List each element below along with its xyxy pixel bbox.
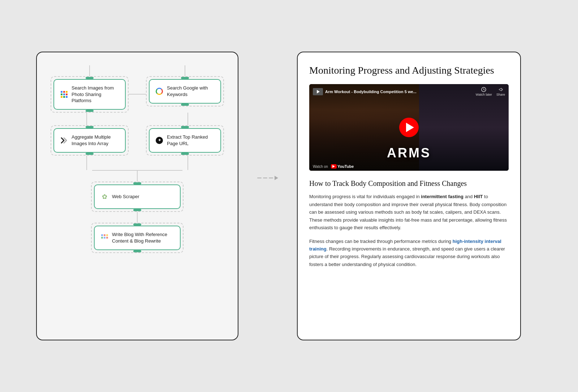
watch-later-label: Watch later [476, 93, 492, 96]
aggregate-images-dashed: Aggregate Multiple Images Into Array [51, 125, 129, 156]
para1-bold2: HIIT [474, 194, 483, 199]
para1-after: to understand their body composition and… [309, 194, 507, 230]
watch-later-btn[interactable]: Watch later [476, 87, 492, 96]
flow-grid: Search Images from Photo Sharing Platfor… [47, 65, 228, 253]
youtube-icon [331, 164, 337, 169]
write-blog-label: Write Blog With Reference Content & Blog… [112, 231, 174, 244]
aggregate-images-label: Aggregate Multiple Images Into Array [72, 134, 119, 147]
write-blog-icon [100, 234, 108, 242]
search-images-dashed: Search Images from Photo Sharing Platfor… [51, 76, 129, 113]
search-images-label: Search Images from Photo Sharing Platfor… [72, 85, 119, 104]
search-google-dashed: Search Google with Keywords [146, 76, 224, 106]
blog-main-title: Monitoring Progress and Adjusting Strate… [309, 64, 509, 77]
para1: Monitoring progress is vital for individ… [309, 193, 509, 231]
youtube-label: YouTube [337, 164, 354, 169]
main-layout: Search Images from Photo Sharing Platfor… [36, 52, 542, 340]
play-button[interactable] [399, 118, 419, 137]
youtube-logo: YouTube [331, 164, 354, 169]
blog-preview-panel: Monitoring Progress and Adjusting Strate… [297, 52, 521, 340]
video-actions: Watch later Share [476, 87, 505, 96]
section1-title: How to Track Body Composition and Fitnes… [309, 179, 509, 188]
search-google-label: Search Google with Keywords [167, 85, 215, 97]
video-thumbnail[interactable]: Arm Workout - Bodybuilding Competition 5… [309, 84, 509, 171]
write-blog-node[interactable]: Write Blog With Reference Content & Blog… [94, 226, 181, 250]
para2-before: Fitness changes can be tracked through p… [309, 239, 453, 244]
video-top-bar: Arm Workout - Bodybuilding Competition 5… [309, 84, 509, 99]
aggregate-images-node[interactable]: Aggregate Multiple Images Into Array [53, 128, 126, 153]
svg-line-2 [484, 90, 485, 90]
video-bottom-bar: Watch on YouTube [309, 162, 509, 171]
web-scraper-node[interactable]: ✿ Web Scraper [94, 184, 181, 209]
para1-before: Monitoring progress is vital for individ… [309, 194, 421, 199]
web-scraper-dashed: ✿ Web Scraper [91, 182, 184, 212]
para2-after: . Recording improvements in endurance, s… [309, 246, 505, 267]
extract-url-node[interactable]: ✦ Extract Top Ranked Page URL [149, 128, 221, 153]
flow-arrow [257, 176, 278, 180]
extract-url-label: Extract Top Ranked Page URL [167, 134, 215, 147]
write-blog-dashed: Write Blog With Reference Content & Blog… [91, 223, 184, 253]
yext-icon [60, 136, 68, 144]
share-label: Share [496, 93, 505, 96]
para1-mid: and [463, 194, 474, 199]
watch-on-text: Watch on [313, 165, 328, 169]
web-scraper-label: Web Scraper [112, 193, 139, 200]
para2: Fitness changes can be tracked through p… [309, 238, 509, 269]
search-images-node[interactable]: Search Images from Photo Sharing Platfor… [53, 79, 126, 110]
share-btn[interactable]: Share [496, 87, 505, 96]
search-google-node[interactable]: Search Google with Keywords [149, 79, 221, 104]
openai-icon: ✦ [155, 136, 163, 144]
video-title-text: Arm Workout - Bodybuilding Competition 5… [325, 90, 417, 94]
workflow-panel: Search Images from Photo Sharing Platfor… [36, 52, 238, 340]
arms-overlay-text: ARMS [309, 145, 509, 161]
snowflake-icon: ✿ [100, 193, 108, 201]
google-icon [155, 87, 163, 95]
para1-bold1: intermittent fasting [421, 194, 463, 199]
extract-url-dashed: ✦ Extract Top Ranked Page URL [146, 125, 224, 156]
grid-icon [60, 90, 68, 98]
